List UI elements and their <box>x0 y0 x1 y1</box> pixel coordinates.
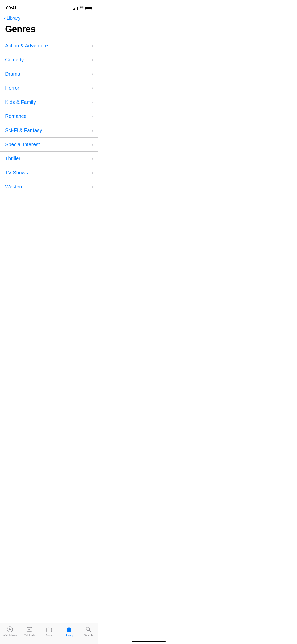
genre-item-special-interest[interactable]: Special Interest› <box>0 138 98 152</box>
genre-name-comedy: Comedy <box>5 57 24 63</box>
genre-chevron-action-adventure: › <box>92 44 93 48</box>
genre-chevron-sci-fi-fantasy: › <box>92 128 93 133</box>
genre-chevron-drama: › <box>92 72 93 76</box>
wifi-icon <box>79 6 84 10</box>
genre-name-western: Western <box>5 184 24 190</box>
genre-name-drama: Drama <box>5 71 20 77</box>
genre-item-action-adventure[interactable]: Action & Adventure› <box>0 39 98 53</box>
genre-name-horror: Horror <box>5 85 19 91</box>
genre-name-sci-fi-fantasy: Sci-Fi & Fantasy <box>5 127 42 133</box>
back-navigation[interactable]: ‹ Library <box>0 13 98 22</box>
genre-item-comedy[interactable]: Comedy› <box>0 53 98 67</box>
status-icons <box>73 6 92 10</box>
genre-item-horror[interactable]: Horror› <box>0 81 98 95</box>
genre-chevron-special-interest: › <box>92 142 93 147</box>
back-chevron-icon: ‹ <box>4 16 6 21</box>
genre-chevron-horror: › <box>92 86 93 90</box>
genre-chevron-thriller: › <box>92 156 93 161</box>
back-label: Library <box>7 16 20 21</box>
genre-chevron-kids-family: › <box>92 100 93 105</box>
status-time: 09:41 <box>6 6 17 11</box>
genre-item-drama[interactable]: Drama› <box>0 67 98 81</box>
battery-icon <box>85 7 92 10</box>
genre-list: Action & Adventure›Comedy›Drama›Horror›K… <box>0 39 98 194</box>
genre-name-special-interest: Special Interest <box>5 142 40 147</box>
genre-name-action-adventure: Action & Adventure <box>5 43 48 49</box>
genre-item-kids-family[interactable]: Kids & Family› <box>0 95 98 109</box>
genre-chevron-comedy: › <box>92 58 93 62</box>
genre-name-romance: Romance <box>5 113 27 119</box>
genre-chevron-western: › <box>92 185 93 189</box>
genre-name-thriller: Thriller <box>5 156 20 162</box>
genre-item-sci-fi-fantasy[interactable]: Sci-Fi & Fantasy› <box>0 123 98 138</box>
genre-item-tv-shows[interactable]: TV Shows› <box>0 166 98 180</box>
genre-chevron-romance: › <box>92 114 93 119</box>
page-title: Genres <box>0 22 98 39</box>
genre-item-romance[interactable]: Romance› <box>0 109 98 123</box>
signal-icon <box>73 7 78 10</box>
genre-chevron-tv-shows: › <box>92 171 93 175</box>
status-bar: 09:41 <box>0 0 98 13</box>
genre-name-tv-shows: TV Shows <box>5 170 28 176</box>
genre-name-kids-family: Kids & Family <box>5 99 36 105</box>
genre-item-thriller[interactable]: Thriller› <box>0 152 98 166</box>
genre-item-western[interactable]: Western› <box>0 180 98 194</box>
